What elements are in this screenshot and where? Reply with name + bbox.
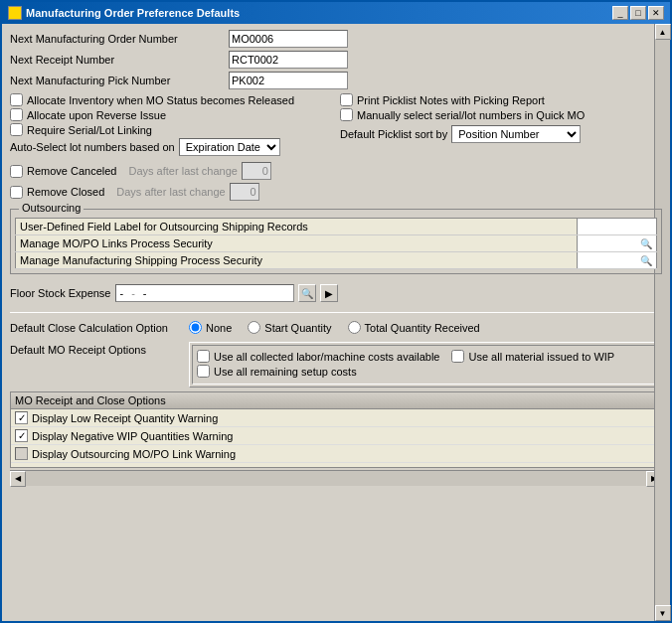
require-serial-label: Require Serial/Lot Linking (27, 124, 152, 136)
remove-section: Remove Canceled Days after last change R… (10, 162, 662, 201)
remove-canceled-label: Remove Canceled (27, 165, 117, 177)
radio-start-qty-label[interactable]: Start Quantity (248, 321, 331, 334)
bottom-section-title: MO Receipt and Close Options (10, 391, 662, 408)
require-serial-checkbox[interactable] (10, 123, 23, 136)
floor-stock-label: Floor Stock Expense (10, 287, 111, 299)
left-checkboxes: Allocate Inventory when MO Status become… (10, 93, 332, 156)
next-pick-input[interactable] (229, 72, 348, 89)
floor-stock-arrow-btn[interactable]: ▶ (320, 284, 338, 302)
list-item-0-label: Display Low Receipt Quantity Warning (32, 412, 218, 424)
print-picklist-label: Print Picklist Notes with Picking Report (357, 94, 545, 106)
default-picklist-dropdown[interactable]: Position Number Item Number Description (451, 125, 581, 143)
receipt-wip-checkbox[interactable] (451, 350, 464, 363)
allocate-inventory-checkbox[interactable] (10, 93, 23, 106)
window-icon (8, 6, 22, 20)
outsourcing-group: Outsourcing User-Defined Field Label for… (10, 209, 662, 274)
main-window: Manufacturing Order Preference Defaults … (0, 0, 672, 623)
list-item-1: ✓ Display Negative WIP Quantities Warnin… (11, 427, 661, 445)
outsource-input-1[interactable] (582, 221, 652, 233)
receipt-setup-label: Use all remaining setup costs (214, 366, 357, 378)
outsource-label-2: Manage MO/PO Links Process Security (16, 235, 578, 252)
title-bar: Manufacturing Order Preference Defaults … (2, 2, 670, 24)
maximize-button[interactable]: □ (630, 6, 646, 20)
receipt-setup-checkbox[interactable] (197, 365, 210, 378)
radio-total-qty-text: Total Quantity Received (365, 322, 480, 334)
list-item-0-checkbox[interactable]: ✓ (15, 411, 28, 424)
scroll-track[interactable] (655, 40, 670, 605)
floor-stock-search-btn[interactable]: 🔍 (298, 284, 316, 302)
next-mo-number-label: Next Manufacturing Order Number (10, 33, 229, 45)
mo-receipt-label: Default MO Receipt Options (10, 342, 189, 356)
days-closed-input[interactable] (230, 183, 259, 201)
days-canceled-input[interactable] (242, 162, 271, 180)
allocate-reverse-row: Allocate upon Reverse Issue (10, 108, 332, 121)
print-picklist-checkbox[interactable] (340, 93, 353, 106)
manually-select-row: Manually select serial/lot numbers in Qu… (340, 108, 662, 121)
outsource-row-1: User-Defined Field Label for Outsourcing… (16, 219, 657, 235)
next-receipt-label: Next Receipt Number (10, 54, 229, 66)
hscroll-track[interactable] (26, 471, 646, 486)
window-title: Manufacturing Order Preference Defaults (26, 7, 240, 19)
separator1 (10, 312, 662, 313)
bottom-section: MO Receipt and Close Options ✓ Display L… (10, 391, 662, 468)
floor-stock-value1: - (120, 287, 124, 299)
allocate-reverse-checkbox[interactable] (10, 108, 23, 121)
manually-select-label: Manually select serial/lot numbers in Qu… (357, 109, 585, 121)
next-mo-number-input[interactable] (229, 30, 348, 48)
default-close-row: Default Close Calculation Option None St… (10, 317, 662, 338)
scroll-down-arrow[interactable]: ▼ (655, 605, 671, 621)
horizontal-scrollbar: ◀ ▶ (10, 470, 662, 486)
title-bar-left: Manufacturing Order Preference Defaults (8, 6, 240, 20)
next-pick-label: Next Manufacturing Pick Number (10, 75, 229, 86)
list-item-2-checkbox[interactable] (15, 447, 28, 460)
receipt-option-row1: Use all collected labor/machine costs av… (197, 350, 654, 363)
outsource-value-3: 🔍 (578, 252, 657, 269)
scroll-up-arrow[interactable]: ▲ (655, 24, 671, 40)
allocate-inventory-row: Allocate Inventory when MO Status become… (10, 93, 332, 106)
allocate-inventory-label: Allocate Inventory when MO Status become… (27, 94, 294, 106)
right-checkboxes: Print Picklist Notes with Picking Report… (340, 93, 662, 156)
default-close-options: None Start Quantity Total Quantity Recei… (189, 321, 480, 334)
next-pick-row: Next Manufacturing Pick Number (10, 72, 662, 89)
radio-none-label[interactable]: None (189, 321, 232, 334)
remove-closed-checkbox[interactable] (10, 186, 23, 199)
default-picklist-label: Default Picklist sort by (340, 128, 447, 140)
remove-canceled-checkbox[interactable] (10, 165, 23, 178)
next-receipt-input[interactable] (229, 51, 348, 69)
minimize-button[interactable]: _ (612, 6, 628, 20)
remove-closed-row: Remove Closed Days after last change (10, 183, 662, 201)
radio-start-qty[interactable] (248, 321, 260, 334)
hscroll-left[interactable]: ◀ (10, 471, 26, 487)
radio-total-qty-label[interactable]: Total Quantity Received (348, 321, 480, 334)
next-receipt-row: Next Receipt Number (10, 51, 662, 69)
close-button[interactable]: ✕ (648, 6, 664, 20)
outsource-search-icon-2[interactable]: 🔍 (640, 238, 652, 249)
receipt-labor-checkbox[interactable] (197, 350, 210, 363)
vertical-scrollbar[interactable]: ▲ ▼ (654, 24, 670, 621)
auto-select-dropdown[interactable]: Expiration Date Lot Number Receipt Date (179, 138, 280, 156)
outsource-row-3: Manage Manufacturing Shipping Process Se… (16, 252, 657, 269)
print-picklist-row: Print Picklist Notes with Picking Report (340, 93, 662, 106)
title-buttons: _ □ ✕ (612, 6, 664, 20)
radio-total-qty[interactable] (348, 321, 361, 334)
outsource-value-2: 🔍 (578, 235, 657, 252)
outsource-row-2: Manage MO/PO Links Process Security 🔍 (16, 235, 657, 252)
list-item-0: ✓ Display Low Receipt Quantity Warning (11, 409, 661, 427)
floor-stock-input: - - - (115, 284, 294, 302)
list-item-1-label: Display Negative WIP Quantities Warning (32, 430, 233, 442)
outsource-search-icon-3[interactable]: 🔍 (640, 255, 652, 266)
default-close-label: Default Close Calculation Option (10, 322, 189, 334)
outsource-label-1: User-Defined Field Label for Outsourcing… (16, 219, 578, 235)
list-item-1-checkbox[interactable]: ✓ (15, 429, 28, 442)
content-area: Next Manufacturing Order Number Next Rec… (2, 24, 670, 494)
remove-canceled-row: Remove Canceled Days after last change (10, 162, 662, 180)
outsource-label-3: Manage Manufacturing Shipping Process Se… (16, 252, 578, 269)
outsourcing-table: User-Defined Field Label for Outsourcing… (15, 218, 657, 269)
days-after-label2: Days after last change (116, 186, 225, 198)
manually-select-checkbox[interactable] (340, 108, 353, 121)
outsource-input-2[interactable] (582, 237, 640, 249)
outsource-value-1 (578, 219, 657, 235)
default-picklist-row: Default Picklist sort by Position Number… (340, 125, 662, 143)
outsource-input-3[interactable] (582, 254, 640, 266)
radio-none[interactable] (189, 321, 202, 334)
